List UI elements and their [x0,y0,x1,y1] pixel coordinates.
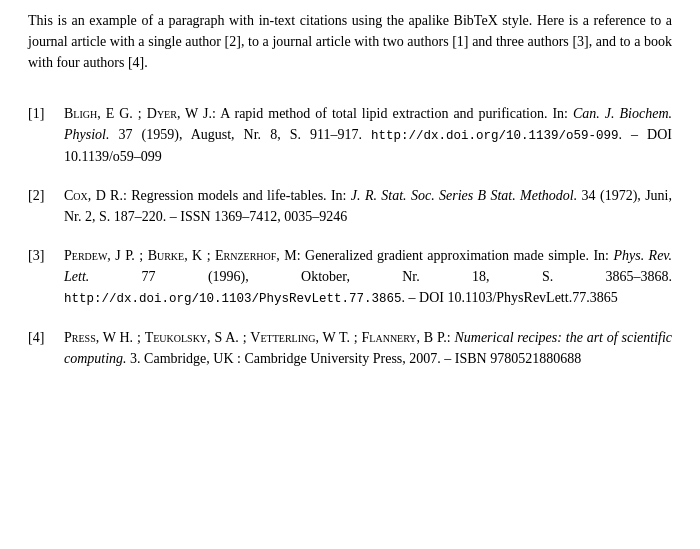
ref-text: 3. Cambridge, UK : Cambridge University … [127,351,582,366]
ref-text: ; [133,330,145,345]
ref-smallcaps: Perdew, J P. [64,248,135,263]
ref-smallcaps: Teukolsky, S A. [145,330,239,345]
ref-entry-4: [4]Press, W H. ; Teukolsky, S A. ; Vette… [28,327,672,369]
ref-text: ; [239,330,251,345]
ref-entry-2: [2]Cox, D R.: Regression models and life… [28,185,672,227]
ref-url: http://dx.doi.org/10.1139/o59-099 [371,129,619,143]
ref-label-4: [4] [28,327,64,369]
ref-entry-3: [3]Perdew, J P. ; Burke, K ; Ernzerhof, … [28,245,672,309]
ref-content-2: Cox, D R.: Regression models and life-ta… [64,185,672,227]
ref-content-4: Press, W H. ; Teukolsky, S A. ; Vetterli… [64,327,672,369]
ref-content-3: Perdew, J P. ; Burke, K ; Ernzerhof, M: … [64,245,672,309]
ref-smallcaps: Vetterling, W T. [250,330,350,345]
ref-label-1: [1] [28,103,64,167]
ref-smallcaps: Press, W H. [64,330,133,345]
ref-text: ; [350,330,362,345]
ref-smallcaps: Dyer, W J. [147,106,212,121]
ref-smallcaps: Ernzerhof, M [215,248,297,263]
ref-smallcaps: Burke, K [148,248,203,263]
ref-text: 77 (1996), Oktober, Nr. 18, S. 3865–3868… [89,269,672,284]
ref-entry-1: [1]Bligh, E G. ; Dyer, W J.: A rapid met… [28,103,672,167]
ref-text: ; [135,248,148,263]
ref-text: : Regression models and life-tables. In: [123,188,351,203]
ref-text: : Generalized gradient approximation mad… [297,248,614,263]
ref-label-3: [3] [28,245,64,309]
ref-text: : A rapid method of total lipid extracti… [212,106,573,121]
ref-text: . – DOI 10.1103/PhysRevLett.77.3865 [402,290,618,305]
ref-smallcaps: Bligh, E G. [64,106,133,121]
references-section: [1]Bligh, E G. ; Dyer, W J.: A rapid met… [28,103,672,369]
intro-paragraph: This is an example of a paragraph with i… [28,10,672,73]
ref-italic: J. R. Stat. Soc. Series B Stat. Methodol… [351,188,577,203]
ref-smallcaps: Cox, D R. [64,188,123,203]
ref-url: http://dx.doi.org/10.1103/PhysRevLett.77… [64,292,402,306]
ref-smallcaps: Flannery, B P. [362,330,447,345]
ref-text: ; [133,106,147,121]
ref-label-2: [2] [28,185,64,227]
ref-content-1: Bligh, E G. ; Dyer, W J.: A rapid method… [64,103,672,167]
ref-text: ; [202,248,215,263]
ref-text: 37 (1959), August, Nr. 8, S. 911–917. [110,127,372,142]
